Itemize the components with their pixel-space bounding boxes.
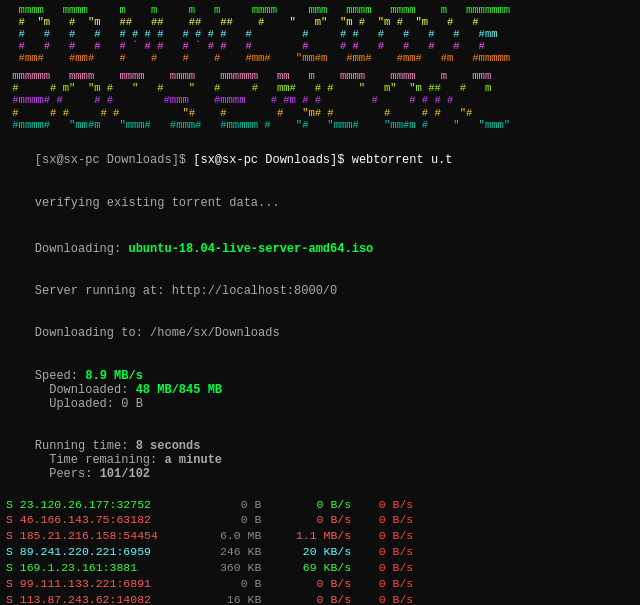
server-line: Server running at: http://localhost:8000… <box>6 270 634 312</box>
remaining-value: a minute <box>164 453 222 467</box>
server-value: http://localhost:8000/0 <box>172 284 338 298</box>
ascii-line-6: mmmmmm mmmm mmmm mmmm mmmmmm mm m mmmm m… <box>6 70 634 82</box>
verify-line: verifying existing torrent data... <box>6 182 634 224</box>
ascii-line-4: # # # # # ` # # # ` # # # # # # # # # # … <box>6 40 634 52</box>
speed-label: Speed: <box>35 369 85 383</box>
command-line: [sx@sx-pc Downloads]$ [sx@sx-pc Download… <box>6 139 634 181</box>
running-label: Running time: <box>35 439 136 453</box>
verifying-text: verifying <box>35 196 107 210</box>
downloading-value: ubuntu-18.04-live-server-amd64.iso <box>128 242 373 256</box>
peer-row: S 99.111.133.221:6891 0 B 0 B/s 0 B/s <box>6 576 634 592</box>
ascii-line-10: #mmmm# "mm#m "mmm# #mmm# #mmmmm # "# "mm… <box>6 119 634 131</box>
terminal-window: mmmm mmmm m m m m mmmm mmm mmmm mmmm m m… <box>0 0 640 605</box>
peers-label: Peers: <box>35 467 100 481</box>
peer-row: S 113.87.243.62:14082 16 KB 0 B/s 0 B/s <box>6 592 634 605</box>
peer-table: S 23.120.26.177:32752 0 B 0 B/s 0 B/sS 4… <box>6 497 634 605</box>
downloaded-value: 48 MB/845 MB <box>136 383 222 397</box>
running-line: Running time: 8 seconds Time remaining: … <box>6 425 634 495</box>
speed-value: 8.9 MB/s <box>85 369 143 383</box>
torrent-text: torrent data... <box>164 196 279 210</box>
dest-value: /home/sx/Downloads <box>150 326 280 340</box>
peer-row: S 89.241.220.221:6959 246 KB 20 KB/s 0 B… <box>6 544 634 560</box>
ascii-line-5: #mm# #mm# # # # # #mm# "mm#m #mm# #mm# #… <box>6 52 634 64</box>
peer-row: S 46.166.143.75:63182 0 B 0 B/s 0 B/s <box>6 512 634 528</box>
existing-text: existing <box>107 196 165 210</box>
dest-label: Downloading to: <box>35 326 150 340</box>
ascii-line-1: mmmm mmmm m m m m mmmm mmm mmmm mmmm m m… <box>6 4 634 16</box>
ascii-line-2: # "m # "m ## ## ## ## # " m" "m # "m # "… <box>6 16 634 28</box>
remaining-label: Time remaining: <box>35 453 165 467</box>
speed-line: Speed: 8.9 MB/s Downloaded: 48 MB/845 MB… <box>6 355 634 425</box>
running-value: 8 seconds <box>136 439 201 453</box>
downloaded-label: Downloaded: <box>35 383 136 397</box>
ascii-line-3: # # # # # # # # # # # # # # # # # # # # … <box>6 28 634 40</box>
downloading-label: Downloading: <box>35 242 129 256</box>
peer-row: S 23.120.26.177:32752 0 B 0 B/s 0 B/s <box>6 497 634 513</box>
server-label: Server running at: <box>35 284 172 298</box>
ascii-line-9: # # # # # "# # # "m# # # # # "# <box>6 107 634 119</box>
downloading-line: Downloading: ubuntu-18.04-live-server-am… <box>6 228 634 270</box>
peers-value: 101/102 <box>100 467 150 481</box>
ascii-line-8: #mmmm# # # # #mmm #mmmm # #m # # # # # #… <box>6 94 634 106</box>
command-text: [sx@sx-pc Downloads]$ webtorrent u.t <box>193 153 452 167</box>
dest-line: Downloading to: /home/sx/Downloads <box>6 312 634 354</box>
uploaded-label: Uploaded: <box>35 397 121 411</box>
ascii-art-bottom: mmmmmm mmmm mmmm mmmm mmmmmm mm m mmmm m… <box>6 70 634 130</box>
prompt: [sx@sx-pc Downloads]$ <box>35 153 193 167</box>
ascii-art-top: mmmm mmmm m m m m mmmm mmm mmmm mmmm m m… <box>6 4 634 64</box>
uploaded-value: 0 B <box>121 397 143 411</box>
ascii-line-7: # # m" "m # " # " # # mm# # # " m" "m ##… <box>6 82 634 94</box>
peer-row: S 185.21.216.158:54454 6.0 MB 1.1 MB/s 0… <box>6 528 634 544</box>
peer-row: S 169.1.23.161:3881 360 KB 69 KB/s 0 B/s <box>6 560 634 576</box>
